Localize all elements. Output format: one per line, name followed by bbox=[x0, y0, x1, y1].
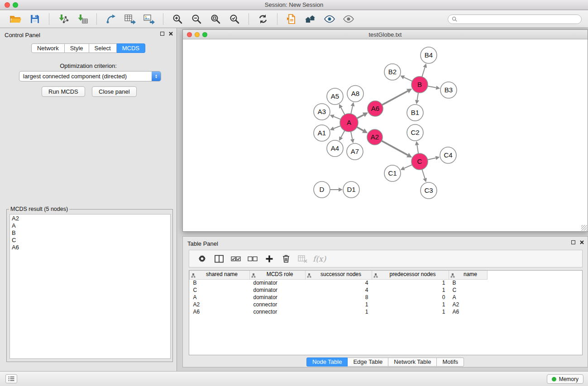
network-window-titlebar[interactable]: testGlobe.txt bbox=[183, 30, 588, 39]
zoom-fit-button[interactable] bbox=[207, 12, 224, 26]
graph-edge-C-C3[interactable] bbox=[422, 169, 425, 178]
mcds-result-item[interactable]: C bbox=[12, 237, 168, 244]
column-header-name[interactable]: name bbox=[449, 271, 488, 279]
style-preview-button[interactable] bbox=[321, 12, 338, 26]
deselect-all-button[interactable] bbox=[244, 252, 261, 266]
mcds-result-item[interactable]: A6 bbox=[12, 244, 168, 251]
export-network-button[interactable] bbox=[103, 12, 119, 26]
zoom-out-button[interactable] bbox=[188, 12, 205, 26]
mcds-result-item[interactable]: B bbox=[12, 229, 168, 237]
graph-node-label: B1 bbox=[411, 109, 419, 116]
graph-edge-A-A3[interactable] bbox=[334, 116, 340, 119]
network-window-title: testGlobe.txt bbox=[183, 30, 588, 39]
run-mcds-button[interactable]: Run MCDS bbox=[42, 86, 85, 97]
open-session-button[interactable] bbox=[8, 12, 24, 26]
resize-handle[interactable] bbox=[581, 225, 587, 231]
minimize-network-window-button[interactable] bbox=[195, 32, 200, 37]
graph-node-label: A7 bbox=[351, 148, 359, 155]
table-panel-header: Table Panel bbox=[183, 237, 588, 248]
column-header-mcds-role[interactable]: MCDS role bbox=[250, 271, 306, 279]
import-table-button[interactable] bbox=[74, 12, 91, 26]
mcds-result-list[interactable]: A2ABCA6 bbox=[10, 214, 171, 359]
table-row[interactable]: A6connector11A6 bbox=[190, 308, 488, 315]
zoom-window-button[interactable] bbox=[13, 2, 18, 8]
graph-edge-B-B1[interactable] bbox=[417, 93, 418, 100]
task-history-button[interactable] bbox=[5, 374, 17, 383]
import-network-button[interactable] bbox=[55, 12, 72, 26]
column-header-predecessor-nodes[interactable]: predecessor nodes bbox=[372, 271, 449, 279]
graph-node-label: A5 bbox=[331, 92, 339, 100]
export-table-button[interactable] bbox=[122, 12, 138, 26]
graph-edge-A-A5[interactable] bbox=[341, 108, 344, 115]
graph-edge-A-A7[interactable] bbox=[351, 132, 352, 139]
table-row[interactable]: Adominator80A bbox=[190, 294, 488, 301]
table-row[interactable]: A2connector11A2 bbox=[190, 301, 488, 308]
column-icon bbox=[215, 255, 224, 263]
graph-edge-B-B2[interactable] bbox=[404, 77, 412, 81]
graph-edge-C-C4[interactable] bbox=[428, 158, 436, 160]
apply-layout-button[interactable] bbox=[255, 12, 271, 26]
graph-edge-A6-B[interactable] bbox=[382, 91, 408, 105]
network-canvas[interactable]: B4B2BB3A5A8A6B1A3AC2A1A2A4A7C4CC1C3DD1 bbox=[183, 40, 588, 231]
column-header-label: shared name bbox=[206, 271, 238, 277]
graph-edge-A-A1[interactable] bbox=[334, 126, 340, 129]
close-panel-button[interactable]: Close panel bbox=[92, 86, 137, 97]
close-panel-icon[interactable] bbox=[169, 32, 173, 36]
delete-row-button[interactable] bbox=[277, 252, 294, 266]
graph-edge-A-A2[interactable] bbox=[357, 127, 363, 131]
graph-edge-B-B4[interactable] bbox=[422, 67, 425, 77]
mcds-result-item[interactable]: A bbox=[12, 222, 168, 229]
column-header-shared-name[interactable]: shared name bbox=[190, 271, 250, 279]
table-cell: C bbox=[449, 286, 488, 294]
show-column-button[interactable] bbox=[210, 252, 227, 266]
tab-motifs[interactable]: Motifs bbox=[437, 357, 464, 367]
graph-edge-A-A6[interactable] bbox=[357, 115, 364, 119]
graph-edge-A2-C[interactable] bbox=[382, 141, 408, 155]
close-window-button[interactable] bbox=[5, 2, 10, 8]
tab-style[interactable]: Style bbox=[65, 43, 89, 53]
session-document-button[interactable] bbox=[283, 12, 300, 26]
search-input[interactable] bbox=[459, 15, 578, 23]
tab-network[interactable]: Network bbox=[31, 43, 65, 53]
graph-edge-A-A4[interactable] bbox=[341, 131, 344, 138]
column-attribute-icon bbox=[191, 272, 196, 279]
graph-edge-C-C1[interactable] bbox=[404, 165, 412, 168]
zoom-selected-button[interactable] bbox=[226, 12, 243, 26]
tab-node-table[interactable]: Node Table bbox=[306, 357, 348, 367]
tab-select[interactable]: Select bbox=[89, 43, 117, 53]
graph-node-label: A4 bbox=[331, 144, 339, 152]
save-session-button[interactable] bbox=[27, 12, 43, 26]
select-all-button[interactable] bbox=[227, 252, 244, 266]
edge-arrowhead-icon bbox=[415, 141, 419, 146]
search-field[interactable] bbox=[448, 14, 582, 24]
float-panel-icon[interactable] bbox=[160, 32, 164, 36]
hide-button[interactable] bbox=[340, 12, 357, 26]
close-panel-icon[interactable] bbox=[580, 240, 584, 244]
zoom-network-window-button[interactable] bbox=[202, 32, 207, 37]
graph-edge-A-A8[interactable] bbox=[351, 106, 353, 114]
node-table[interactable]: shared nameMCDS rolesuccessor nodesprede… bbox=[189, 270, 583, 355]
eye-icon bbox=[343, 14, 354, 24]
tab-network-table[interactable]: Network Table bbox=[388, 357, 437, 367]
tab-edge-table[interactable]: Edge Table bbox=[348, 357, 388, 367]
export-image-button[interactable] bbox=[141, 12, 157, 26]
trash-icon bbox=[282, 254, 290, 263]
close-network-window-button[interactable] bbox=[187, 32, 192, 37]
add-row-button[interactable] bbox=[261, 252, 277, 266]
control-panel-tabs: NetworkStyleSelectMCDS bbox=[0, 43, 177, 53]
graph-edge-C-C2[interactable] bbox=[417, 145, 418, 154]
criterion-dropdown[interactable]: largest connected component (directed) ▲… bbox=[19, 71, 161, 81]
table-settings-button[interactable] bbox=[194, 252, 210, 266]
table-row[interactable]: Bdominator41B bbox=[190, 279, 488, 286]
mcds-result-item[interactable]: A2 bbox=[12, 215, 168, 222]
column-header-successor-nodes[interactable]: successor nodes bbox=[306, 271, 372, 279]
home-button[interactable] bbox=[302, 12, 319, 26]
table-panel: Table Panel bbox=[182, 236, 588, 367]
zoom-in-button[interactable] bbox=[169, 12, 186, 26]
memory-button[interactable]: Memory bbox=[547, 374, 583, 384]
zoom-selected-icon bbox=[229, 14, 240, 24]
graph-edge-B-B3[interactable] bbox=[428, 86, 436, 88]
float-panel-icon[interactable] bbox=[571, 240, 575, 244]
tab-mcds[interactable]: MCDS bbox=[117, 43, 145, 53]
table-row[interactable]: Cdominator41C bbox=[190, 286, 488, 294]
